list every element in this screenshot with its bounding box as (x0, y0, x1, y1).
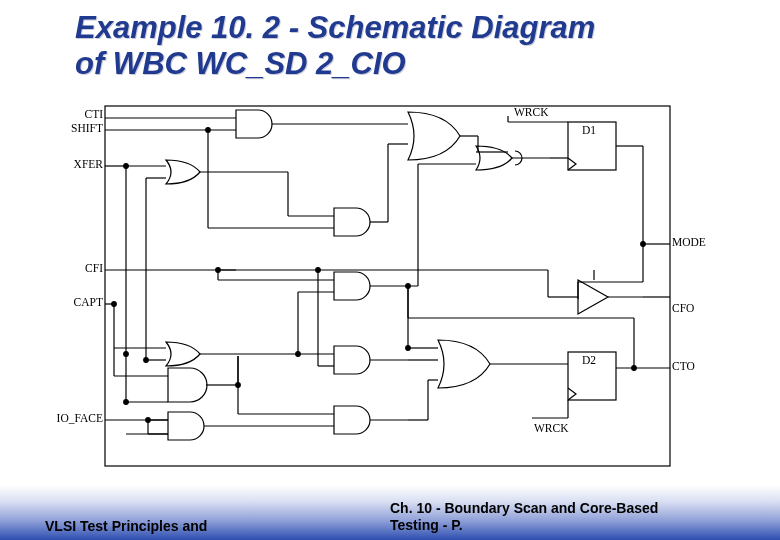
label-xfer: XFER (66, 158, 103, 170)
label-cfo: CFO (672, 302, 694, 314)
label-cto: CTO (672, 360, 695, 372)
page-title: Example 10. 2 - Schematic Diagram of WBC… (75, 10, 715, 81)
label-cfi: CFI (74, 262, 103, 274)
label-wrck-bottom: WRCK (534, 422, 569, 434)
label-wrck-top: WRCK (514, 106, 549, 118)
footer-left: VLSI Test Principles and (45, 518, 207, 534)
label-mode: MODE (672, 236, 706, 248)
footer-right-line1: Ch. 10 - Boundary Scan and Core-Based (390, 500, 658, 516)
label-io-face: IO_FACE (48, 412, 103, 424)
label-d1: D1 (582, 124, 596, 136)
schematic-diagram: CTI SHIFT XFER CFI CAPT IO_FACE WRCK D1 … (78, 104, 698, 468)
label-d2: D2 (582, 354, 596, 366)
title-line2: of WBC WC_SD 2_CIO (75, 46, 406, 81)
footer-right-line2: Testing - P. (390, 517, 463, 533)
schematic-svg (78, 104, 698, 468)
label-cti: CTI (70, 108, 103, 120)
svg-point-97 (406, 346, 411, 351)
svg-point-96 (406, 284, 411, 289)
svg-point-10 (124, 352, 129, 357)
svg-point-98 (236, 383, 241, 388)
label-shift: SHIFT (62, 122, 103, 134)
svg-point-19 (206, 128, 211, 133)
footer-right: Ch. 10 - Boundary Scan and Core-Based Te… (390, 500, 740, 534)
svg-point-58 (144, 358, 149, 363)
label-capt: CAPT (66, 296, 103, 308)
title-line1: Example 10. 2 - Schematic Diagram (75, 10, 595, 45)
svg-point-55 (112, 302, 117, 307)
